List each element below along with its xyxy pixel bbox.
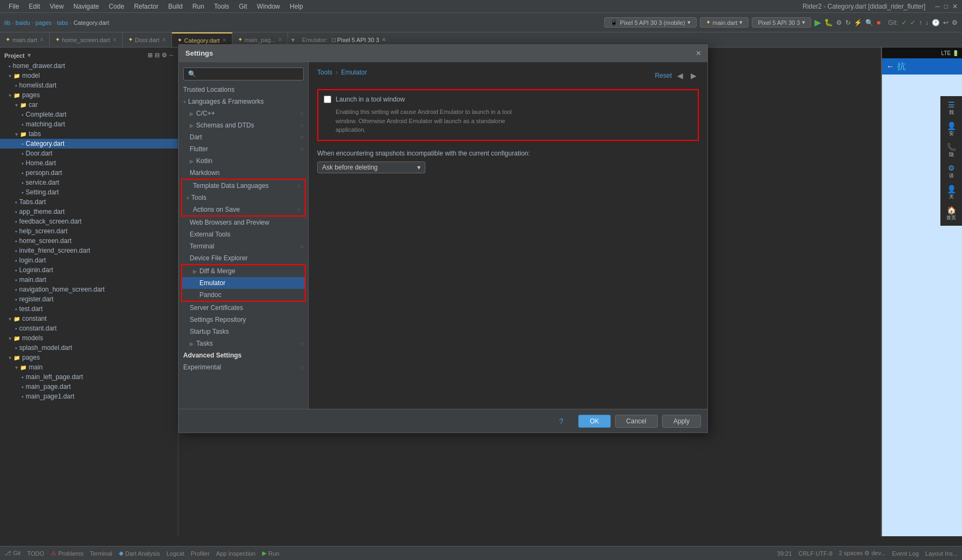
settings-nav-markdown[interactable]: Markdown: [179, 167, 308, 179]
settings-nav-experimental[interactable]: Experimental ≡: [179, 361, 308, 373]
settings-nav-flutter[interactable]: Flutter ≡: [179, 143, 308, 155]
settings-nav-startup-tasks[interactable]: Startup Tasks: [179, 326, 308, 338]
status-event-log[interactable]: Event Log: [892, 550, 919, 557]
nav-item-4[interactable]: ⚙ 设: [941, 161, 961, 181]
settings-nav-terminal[interactable]: Terminal ≡: [179, 240, 308, 252]
tree-setting[interactable]: ▪ Setting.dart: [0, 187, 178, 197]
tree-car[interactable]: ▾ 📁 car: [0, 100, 178, 110]
breadcrumb-tools[interactable]: Tools: [317, 69, 332, 76]
settings-nav-template[interactable]: Template Data Languages ≡: [182, 180, 305, 192]
git-check[interactable]: ✓: [901, 19, 907, 26]
tree-tabs-dart[interactable]: ▪ Tabs.dart: [0, 197, 178, 207]
tree-models[interactable]: ▾ 📁 models: [0, 333, 178, 343]
tree-help[interactable]: ▪ help_screen.dart: [0, 226, 178, 236]
tree-main-page[interactable]: ▪ main_page.dart: [0, 382, 178, 392]
bc-lib[interactable]: lib: [4, 19, 10, 26]
settings-nav-advanced[interactable]: Advanced Settings: [179, 349, 308, 361]
bc-baidu[interactable]: baidu: [16, 19, 30, 26]
settings-back-btn[interactable]: ◀: [675, 70, 685, 81]
status-logcat[interactable]: Logcat: [166, 550, 184, 557]
settings-nav-web-browsers[interactable]: Web Browsers and Preview: [179, 217, 308, 228]
bc-tabs[interactable]: tabs: [57, 19, 68, 26]
status-app-inspection[interactable]: App Inspection: [216, 550, 256, 557]
tree-splash-model[interactable]: ▪ splash_model.dart: [0, 343, 178, 353]
ok-btn[interactable]: OK: [578, 415, 610, 428]
tree-close-icon[interactable]: ─: [169, 52, 173, 59]
menu-help[interactable]: Help: [285, 2, 308, 11]
settings-nav-pandoc[interactable]: Pandoc: [182, 289, 305, 301]
tree-model[interactable]: ▾ 📁 model: [0, 71, 178, 80]
status-git[interactable]: ⎇ Git: [4, 550, 21, 557]
settings-nav-settings-repo[interactable]: Settings Repository: [179, 314, 308, 326]
bc-pages[interactable]: pages: [36, 19, 52, 26]
menu-run[interactable]: Run: [188, 2, 209, 11]
tree-loginin[interactable]: ▪ Loginin.dart: [0, 265, 178, 275]
tab-main-dart[interactable]: ✦ main.dart ✕: [0, 32, 50, 48]
git-pull[interactable]: ↓: [925, 19, 928, 26]
nav-item-2[interactable]: 👤 安: [941, 119, 961, 139]
status-terminal[interactable]: Terminal: [90, 550, 112, 557]
tree-feedback[interactable]: ▪ feedback_screen.dart: [0, 217, 178, 226]
git-check2[interactable]: ✓: [910, 19, 916, 26]
tree-expand-icon[interactable]: ⊞: [148, 52, 152, 59]
settings-nav-kotlin[interactable]: ▶ Kotlin: [179, 155, 308, 167]
tree-invite-friend[interactable]: ▪ invite_friend_screen.dart: [0, 246, 178, 255]
tree-register[interactable]: ▪ register.dart: [0, 294, 178, 304]
tree-pages[interactable]: ▾ 📁 pages: [0, 90, 178, 100]
settings-gear[interactable]: ⚙: [952, 19, 958, 26]
settings-reset-btn[interactable]: Reset: [655, 72, 672, 79]
undo-btn[interactable]: ↩: [943, 19, 948, 26]
cancel-btn[interactable]: Cancel: [615, 415, 658, 428]
tree-home[interactable]: ▪ Home.dart: [0, 158, 178, 168]
clock-icon[interactable]: 🕐: [932, 19, 940, 26]
tree-service[interactable]: ▪ service.dart: [0, 178, 178, 187]
nav-item-1[interactable]: ☰ 我: [941, 98, 961, 118]
settings-nav-lang-frameworks[interactable]: ▾ Languages & Frameworks: [179, 96, 308, 107]
minimize-btn[interactable]: ─: [935, 3, 940, 10]
tree-main-page1[interactable]: ▪ main_page1.dart: [0, 392, 178, 401]
settings-nav-external-tools[interactable]: External Tools: [179, 228, 308, 240]
tree-main-left[interactable]: ▪ main_left_page.dart: [0, 372, 178, 382]
tree-homelist[interactable]: ▪ homelist.dart: [0, 80, 178, 90]
settings-nav-tasks[interactable]: ▶ Tasks ≡: [179, 338, 308, 349]
status-run[interactable]: ▶ Run: [262, 550, 279, 557]
menu-file[interactable]: File: [4, 2, 23, 11]
close-btn[interactable]: ✕: [952, 3, 958, 10]
tree-complete[interactable]: ▪ Complete.dart: [0, 110, 178, 119]
tree-pages2[interactable]: ▾ 📁 pages: [0, 353, 178, 362]
device-selector[interactable]: 📱 Pixel 5 API 30 3 (mobile) ▾: [604, 17, 696, 28]
tree-category[interactable]: ▪ Category.dart: [0, 139, 178, 149]
back-arrow-icon[interactable]: ←: [886, 62, 894, 71]
more-tabs-btn[interactable]: ▾: [288, 36, 298, 44]
lightning-btn[interactable]: ⚡: [854, 19, 862, 26]
build-btn[interactable]: ⚙: [836, 19, 842, 26]
tree-collapse-icon[interactable]: ⊟: [155, 52, 159, 59]
tree-main[interactable]: ▪ main.dart: [0, 275, 178, 285]
nav-item-home[interactable]: 🏠 首页: [941, 204, 961, 224]
run-btn[interactable]: ▶: [814, 17, 821, 28]
settings-nav-device-file[interactable]: Device File Explorer: [179, 252, 308, 264]
status-encoding[interactable]: CRLF UTF-8: [798, 550, 832, 557]
tree-door[interactable]: ▪ Door.dart: [0, 149, 178, 158]
menu-build[interactable]: Build: [164, 2, 187, 11]
checkbox-label[interactable]: Launch in a tool window: [336, 96, 405, 103]
stop-btn[interactable]: ■: [877, 19, 880, 26]
settings-search-input[interactable]: [183, 68, 304, 80]
file-selector[interactable]: ✦ main.dart ▾: [700, 17, 749, 28]
tree-login[interactable]: ▪ login.dart: [0, 255, 178, 265]
settings-nav-emulator[interactable]: Emulator: [182, 277, 305, 289]
settings-nav-dart[interactable]: Dart ≡: [179, 131, 308, 143]
menu-git[interactable]: Git: [235, 2, 251, 11]
settings-nav-cpp[interactable]: ▶ C/C++ ≡: [179, 107, 308, 119]
tree-settings-icon[interactable]: ⚙: [162, 52, 167, 59]
nav-item-3[interactable]: 📞 隐: [941, 140, 961, 160]
tree-app-theme[interactable]: ▪ app_theme.dart: [0, 207, 178, 217]
tree-home-screen[interactable]: ▪ home_screen.dart: [0, 236, 178, 246]
maximize-btn[interactable]: □: [944, 3, 948, 10]
settings-nav-trusted[interactable]: Trusted Locations: [179, 84, 308, 96]
menu-code[interactable]: Code: [104, 2, 129, 11]
tree-nav-home[interactable]: ▪ navigation_home_screen.dart: [0, 285, 178, 294]
apply-btn[interactable]: Apply: [662, 415, 701, 428]
tree-persopn[interactable]: ▪ persopn.dart: [0, 168, 178, 178]
settings-nav-schemas[interactable]: ▶ Schemas and DTDs ≡: [179, 119, 308, 131]
